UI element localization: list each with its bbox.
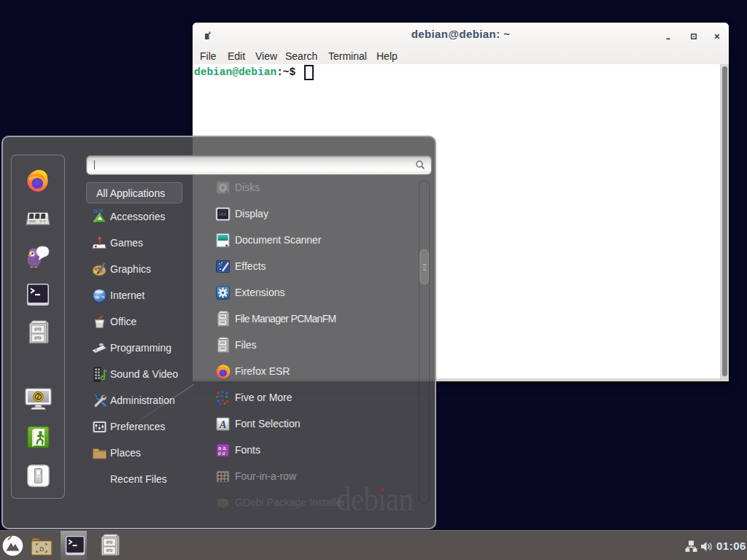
svg-text:A: A — [219, 419, 226, 430]
svg-text:a a: a a — [218, 450, 225, 456]
svg-text:D: D — [39, 545, 44, 553]
